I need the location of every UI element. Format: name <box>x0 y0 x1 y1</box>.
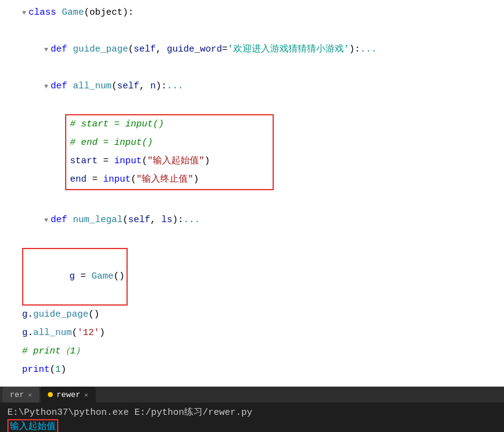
terminal-content: E:\Python37\python.exe E:/python练习/rewer… <box>0 403 504 432</box>
line-comment-start: # start = input() <box>66 115 273 134</box>
tab-rer[interactable]: rer ✕ <box>2 387 39 403</box>
plain: (object): <box>84 4 134 22</box>
line-g-game: g = Game() <box>17 248 504 306</box>
keyword: def <box>51 77 73 96</box>
tab-rewer-label: rewer <box>56 390 80 399</box>
str-teal: '欢迎进入游戏猜猜猜小游戏' <box>228 40 349 59</box>
tab-bar: rer ✕ rewer ✕ <box>0 387 504 403</box>
line-blank5 <box>17 230 504 248</box>
line-blank3 <box>17 96 504 114</box>
line-blank1 <box>17 22 504 40</box>
tab-rewer[interactable]: rewer ✕ <box>41 387 96 403</box>
keyword: def <box>51 40 73 59</box>
collapse-icon[interactable]: ▼ <box>44 40 48 59</box>
plain: ( <box>128 40 134 59</box>
line-comment-end: # end = input() <box>66 134 273 152</box>
comment: # end = input() <box>70 134 153 152</box>
collapse-icon[interactable]: ▼ <box>22 4 26 22</box>
terminal-input-prompt: 输入起始值 <box>7 419 497 432</box>
param: guide_word <box>167 40 222 59</box>
editor-area: ▼ class Game(object): ▼ def guide_page(s… <box>0 0 504 387</box>
bottom-panel: rer ✕ rewer ✕ E:\Python37\python.exe E:/… <box>0 387 504 432</box>
line-class: ▼ class Game(object): <box>17 4 504 22</box>
code-container: ▼ class Game(object): ▼ def guide_page(s… <box>17 0 504 383</box>
tab-dot <box>48 392 53 397</box>
collapse-icon[interactable]: ▼ <box>44 77 48 96</box>
ellipsis: ... <box>360 40 377 59</box>
self-kw: self <box>134 40 156 59</box>
line-guide-page: ▼ def guide_page(self, guide_word='欢迎进入游… <box>17 40 504 59</box>
fn-name: all_num <box>73 77 112 96</box>
line-all-num: ▼ def all_num(self, n):... <box>17 77 504 96</box>
fn-name: guide_page <box>73 40 128 59</box>
line-end-input: end = input("输入终止值") <box>66 171 273 189</box>
highlighted-code-block: # start = input() # end = input() start … <box>65 114 274 190</box>
line-num-legal: ▼ def num_legal(self, ls):... <box>17 211 504 230</box>
tab-rer-label: rer <box>10 390 24 399</box>
collapse-icon[interactable]: ▼ <box>44 211 48 230</box>
highlighted-g-game: g = Game() <box>22 248 128 306</box>
comment: # start = input() <box>70 115 164 134</box>
line-all-num-call: g.all_num('12') <box>17 324 504 342</box>
keyword: class <box>29 4 62 22</box>
line-start-input: start = input("输入起始值") <box>66 152 273 171</box>
tab-close-icon[interactable]: ✕ <box>84 391 88 399</box>
input-prompt-text: 输入起始值 <box>7 419 58 432</box>
line-blank2 <box>17 59 504 77</box>
line-guide-call: g.guide_page() <box>17 306 504 324</box>
terminal-command: E:\Python37\python.exe E:/python练习/rewer… <box>7 406 497 418</box>
tab-close-icon[interactable]: ✕ <box>28 391 32 399</box>
line-blank4 <box>17 193 504 211</box>
classname: Game <box>62 4 84 22</box>
line-print: print(1) <box>17 361 504 379</box>
line-comment-print: # print（1） <box>17 342 504 361</box>
